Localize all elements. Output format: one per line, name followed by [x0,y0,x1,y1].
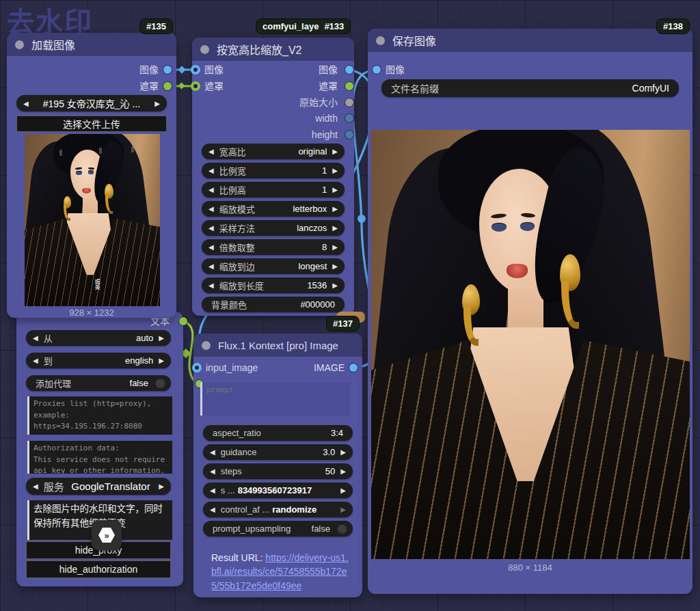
prev-arrow-icon[interactable]: ◀ [207,282,215,289]
node-text-translator[interactable]: 文本 ◀ 从 auto ▶ ◀ 到 english ▶ 添加代理 false P… [16,312,183,586]
toggle-knob[interactable] [337,524,347,534]
next-arrow-icon[interactable]: ▶ [331,148,339,155]
collapse-dot-icon[interactable] [202,341,211,350]
image-file-combo[interactable]: ◀ #195 女帝汉库克_沁 ... ▶ [16,95,167,111]
next-arrow-icon[interactable]: ▶ [157,357,165,364]
next-arrow-icon[interactable]: ▶ [339,506,347,513]
scale-to-side-combo[interactable]: ◀ 缩放到边 longest ▶ [202,258,345,274]
prev-arrow-icon[interactable]: ◀ [208,467,217,475]
choose-file-upload-button[interactable]: 选择文件上传 [16,116,167,132]
prev-arrow-icon[interactable]: ◀ [207,167,215,174]
node-title: Flux.1 Kontext [pro] Image [218,340,338,351]
prev-arrow-icon[interactable]: ◀ [207,243,215,251]
node-scale-by-aspect[interactable]: 按宽高比缩放_V2 图像 遮罩 图像 遮罩 原始大小 width height … [192,38,354,316]
hide-authorization-button[interactable]: hide_authorization [26,560,171,578]
ratio-height-stepper[interactable]: ◀ 比例高 1 ▶ [202,182,345,198]
prev-arrow-icon[interactable]: ◀ [207,205,215,213]
next-arrow-icon[interactable]: ▶ [339,467,347,475]
aspect-ratio-field[interactable]: aspect_ratio 3:4 [203,425,353,441]
node-load-image[interactable]: 加载图像 图像 遮罩 ◀ #195 女帝汉库克_沁 ... ▶ 选择文件上传 [7,33,176,318]
prev-arrow-icon[interactable]: ◀ [207,148,215,155]
next-arrow-icon[interactable]: ▶ [331,243,339,251]
node-save-image[interactable]: 保存图像 图像 文件名前缀 ComfyUI 880 × 1184 [368,29,692,594]
scale-mode-combo[interactable]: ◀ 缩放模式 letterbox ▶ [202,201,345,217]
widget-value: 834993560723917 [238,485,312,495]
proxies-textarea[interactable]: Proxies list (http=proxy), example: http… [27,396,172,435]
node-header[interactable]: 按宽高比缩放_V2 [192,38,354,61]
next-arrow-icon[interactable]: ▶ [331,282,339,289]
output-socket-width[interactable] [345,114,353,122]
background-color-field[interactable]: 背景颜色 #000000 [202,297,345,312]
widget-value: false [130,378,148,388]
next-arrow-icon[interactable]: ▶ [153,100,161,107]
seed-stepper[interactable]: ◀ s ... 834993560723917 ▶ [203,483,353,498]
loaded-image-preview: 媚美 [25,134,160,306]
output-socket-image[interactable] [163,66,172,74]
node-header[interactable]: 加载图像 [7,33,176,56]
steps-stepper[interactable]: ◀ steps 50 ▶ [203,463,353,479]
authorization-textarea[interactable]: Authorization data: This service does no… [27,441,172,474]
next-arrow-icon[interactable]: ▶ [157,483,165,490]
next-arrow-icon[interactable]: ▶ [331,186,339,193]
output-socket-image[interactable] [349,364,358,372]
aspect-ratio-combo[interactable]: ◀ 宽高比 original ▶ [202,144,345,159]
next-arrow-icon[interactable]: ▶ [331,262,339,270]
next-arrow-icon[interactable]: ▶ [331,167,339,174]
next-arrow-icon[interactable]: ▶ [339,448,347,456]
node-title: 加载图像 [31,36,75,53]
node-graph-canvas[interactable]: 去水印 文本 ◀ 从 auto ▶ ◀ 到 english ▶ [0,0,700,611]
next-arrow-icon[interactable]: ▶ [157,334,165,342]
prev-arrow-icon[interactable]: ◀ [208,448,217,456]
input-socket-image[interactable] [191,65,200,74]
prompt-upsampling-toggle[interactable]: prompt_upsampling false [203,521,353,537]
ratio-width-stepper[interactable]: ◀ 比例宽 1 ▶ [202,163,345,178]
prev-arrow-icon[interactable]: ◀ [207,224,215,232]
from-language-combo[interactable]: ◀ 从 auto ▶ [26,330,171,346]
control-after-generate-combo[interactable]: ◀ control_af ... randomize ▶ [203,502,353,517]
widget-value: ComfyUI [632,83,669,94]
prev-arrow-icon[interactable]: ◀ [31,334,40,342]
node-flux-kontext[interactable]: Flux.1 Kontext [pro] Image input_image I… [193,334,362,597]
prev-arrow-icon[interactable]: ◀ [31,357,40,364]
guidance-stepper[interactable]: ◀ guidance 3.0 ▶ [203,444,353,460]
collapse-dot-icon[interactable] [15,40,24,49]
input-socket-mask[interactable] [191,81,200,91]
add-proxy-toggle[interactable]: 添加代理 false [26,375,171,391]
output-socket-mask[interactable] [163,82,172,90]
prev-arrow-icon[interactable]: ◀ [31,483,40,490]
output-socket-height[interactable] [345,131,353,139]
widget-value: 3.0 [323,447,335,457]
collapse-dot-icon[interactable] [376,36,385,45]
node-header[interactable]: Flux.1 Kontext [pro] Image [193,334,362,357]
to-language-combo[interactable]: ◀ 到 english ▶ [26,353,171,368]
next-arrow-icon[interactable]: ▶ [331,205,339,213]
prev-arrow-icon[interactable]: ◀ [208,487,217,494]
sampling-method-combo[interactable]: ◀ 采样方法 lanczos ▶ [202,220,345,236]
output-socket-mask[interactable] [345,82,353,90]
service-combo[interactable]: ◀ 服务 GoogleTranslator ▶ [26,478,171,495]
widget-label: 缩放到边 [219,260,255,273]
prompt-textarea[interactable] [200,383,350,416]
next-arrow-icon[interactable]: ▶ [331,224,339,232]
scale-to-length-stepper[interactable]: ◀ 缩放到长度 1536 ▶ [202,277,345,293]
output-slot-mask: 遮罩 [319,81,338,92]
prev-arrow-icon[interactable]: ◀ [22,100,30,107]
next-arrow-icon[interactable]: ▶ [339,487,347,494]
widget-value: 3:4 [331,428,343,438]
toggle-knob[interactable] [155,378,165,388]
node-header[interactable]: 保存图像 [368,29,692,52]
input-socket-image[interactable] [373,66,381,74]
translate-node-icon: » [92,520,122,550]
widget-value: letterbox [293,204,327,214]
widget-value: 1 [322,185,327,195]
collapse-dot-icon[interactable] [200,45,209,54]
filename-prefix-field[interactable]: 文件名前缀 ComfyUI [381,79,679,97]
prev-arrow-icon[interactable]: ◀ [207,186,215,193]
output-socket-original-size[interactable] [345,98,353,107]
prev-arrow-icon[interactable]: ◀ [208,506,217,513]
multiple-round-stepper[interactable]: ◀ 倍数取整 8 ▶ [202,239,345,255]
input-socket-input-image[interactable] [192,363,202,372]
prev-arrow-icon[interactable]: ◀ [207,262,215,270]
output-socket-text[interactable] [179,317,187,325]
output-socket-image[interactable] [345,66,353,74]
